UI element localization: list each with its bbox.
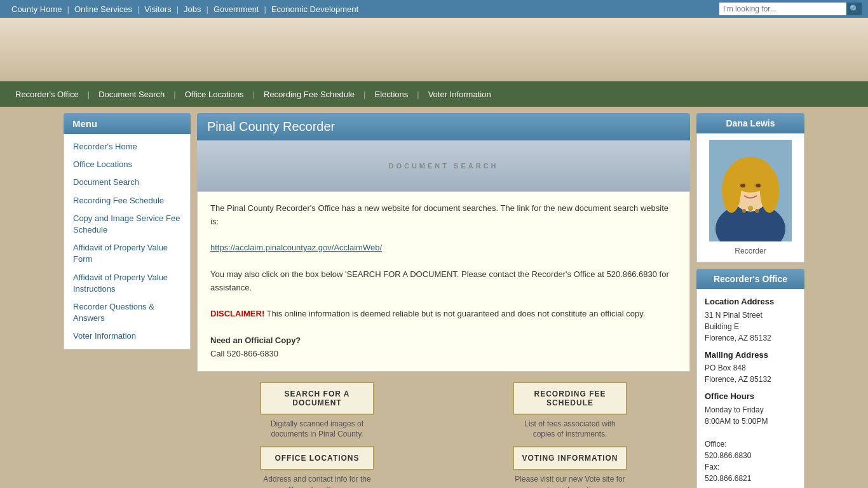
main-wrapper: Menu Recorder's Home Office Locations Do… [57, 113, 811, 488]
btn-cell-search: SEARCH FOR A DOCUMENT Digitally scanned … [203, 382, 431, 440]
sidebar-link-office-locations[interactable]: Office Locations [64, 156, 190, 173]
sidebar-link-copy-image[interactable]: Copy and Image Service Fee Schedule [64, 210, 190, 239]
recorder-role-label: Recorder [735, 247, 766, 255]
recorder-name-title: Dana Lewis [696, 113, 804, 133]
main-nav-recording-fee[interactable]: Recording Fee Schedule [255, 81, 363, 107]
sidebar-link-voter-info[interactable]: Voter Information [64, 327, 190, 345]
btn-cell-voting: VOTING INFORMATION Please visit our new … [456, 446, 684, 488]
main-content: Pinal County Recorder DOCUMENT SEARCH Th… [197, 113, 690, 488]
left-sidebar: Menu Recorder's Home Office Locations Do… [64, 113, 191, 488]
sidebar-link-recorders-home[interactable]: Recorder's Home [64, 138, 190, 156]
recording-fee-button[interactable]: RECORDING FEE SCHEDULE [513, 382, 627, 415]
office-info-box: Location Address 31 N Pinal StreetBuildi… [696, 289, 804, 488]
office-locations-button[interactable]: OFFICE LOCATIONS [260, 446, 374, 470]
right-sidebar: Dana Lewis [696, 113, 804, 488]
svg-point-10 [742, 209, 746, 213]
fax-number: 520.866.6821 [705, 474, 751, 483]
main-navigation: Recorder's Office | Document Search | Of… [0, 81, 868, 107]
main-nav-document-search[interactable]: Document Search [90, 81, 173, 107]
need-copy-label: Need an Official Copy? [210, 334, 677, 348]
top-nav-government[interactable]: Government [208, 4, 264, 14]
top-nav-visitors[interactable]: Visitors [139, 4, 176, 14]
page-title: Pinal County Recorder [197, 113, 690, 140]
doc-search-banner: DOCUMENT SEARCH [197, 140, 690, 191]
sidebar-link-recorder-qa[interactable]: Recorder Questions & Answers [64, 298, 190, 327]
search-button[interactable]: 🔍 [846, 3, 862, 15]
location-address: 31 N Pinal StreetBuilding EFlorence, AZ … [705, 309, 796, 344]
office-phone: Office: 520.866.6830 [705, 438, 796, 461]
mailing-address-label: Mailing Address [705, 349, 796, 362]
recorder-photo-box: Recorder [696, 133, 804, 262]
mailing-address: PO Box 848Florence, AZ 85132 [705, 362, 796, 385]
disclaimer-text: This online information is deemed reliab… [264, 309, 645, 318]
recorder-photo-inner [709, 140, 792, 241]
office-hours-label: Office Hours [705, 390, 796, 403]
info-paragraph-1: The Pinal County Recorder's Office has a… [210, 202, 677, 229]
svg-point-11 [755, 209, 759, 213]
recorder-photo [709, 140, 792, 241]
btn-cell-locations: OFFICE LOCATIONS Address and contact inf… [203, 446, 431, 488]
recording-fee-desc: List of fees associated with copies of i… [513, 419, 627, 440]
main-nav-office-locations[interactable]: Office Locations [176, 81, 253, 107]
main-nav-recorders-office[interactable]: Recorder's Office [6, 81, 88, 107]
sidebar-links: Recorder's Home Office Locations Documen… [64, 134, 191, 349]
main-nav-voter-info[interactable]: Voter Information [419, 81, 500, 107]
need-copy-phone: Call 520-866-6830 [210, 348, 677, 361]
header-banner [0, 18, 868, 81]
sidebar-link-document-search[interactable]: Document Search [64, 173, 190, 191]
search-document-desc: Digitally scanned images of documents in… [260, 419, 374, 440]
top-nav-county-home[interactable]: County Home [6, 4, 67, 14]
top-search-area: 🔍 [719, 3, 862, 15]
sidebar-menu-title: Menu [64, 113, 191, 134]
svg-point-9 [748, 206, 753, 211]
office-info-title: Recorder's Office [696, 269, 804, 289]
fax-label: Fax: [705, 463, 719, 471]
top-nav-jobs[interactable]: Jobs [179, 4, 206, 14]
office-locations-desc: Address and contact info for the Recorde… [260, 474, 374, 488]
sidebar-link-affidavit-instructions[interactable]: Affidavit of Property Value Instructions [64, 269, 190, 298]
office-fax: Fax: 520.866.6821 [705, 461, 796, 484]
buttons-area: SEARCH FOR A DOCUMENT Digitally scanned … [197, 382, 690, 488]
location-address-label: Location Address [705, 295, 796, 308]
office-hours: Monday to Friday8:00AM to 5:00PM [705, 404, 796, 427]
search-input[interactable] [719, 3, 846, 15]
sidebar-link-recording-fee-schedule[interactable]: Recording Fee Schedule [64, 192, 190, 210]
voting-info-desc: Please visit our new Vote site for votin… [513, 474, 627, 488]
svg-point-7 [740, 184, 745, 187]
voting-info-button[interactable]: VOTING INFORMATION [513, 446, 627, 470]
disclaimer-label: DISCLAIMER! [210, 309, 264, 318]
content-block: DOCUMENT SEARCH The Pinal County Recorde… [197, 140, 690, 372]
svg-point-8 [756, 184, 761, 187]
info-paragraph-2: You may also click on the box below 'SEA… [210, 268, 677, 295]
svg-point-6 [760, 168, 779, 213]
info-box: The Pinal County Recorder's Office has a… [197, 191, 690, 372]
top-navigation: County Home | Online Services | Visitors… [0, 0, 868, 18]
svg-point-5 [722, 168, 741, 213]
top-nav-online-services[interactable]: Online Services [69, 4, 137, 14]
office-phone-number: 520.866.6830 [705, 451, 751, 460]
sidebar-link-affidavit-form[interactable]: Affidavit of Property Value Form [64, 239, 190, 268]
office-phone-label: Office: [705, 440, 726, 449]
disclaimer-paragraph: DISCLAIMER! This online information is d… [210, 308, 677, 321]
main-nav-elections[interactable]: Elections [365, 81, 417, 107]
btn-cell-fee: RECORDING FEE SCHEDULE List of fees asso… [456, 382, 684, 440]
acclaim-link[interactable]: https://acclaim.pinalcountyaz.gov/Acclai… [210, 243, 382, 252]
search-document-button[interactable]: SEARCH FOR A DOCUMENT [260, 382, 374, 415]
top-nav-economic-development[interactable]: Economic Development [266, 4, 363, 14]
